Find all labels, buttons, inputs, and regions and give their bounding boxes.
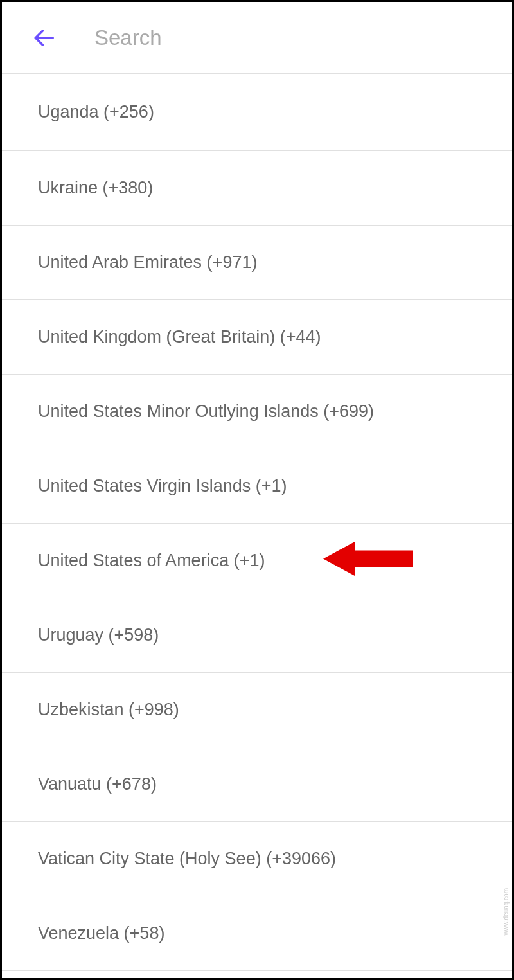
- country-list-item[interactable]: United States Minor Outlying Islands (+6…: [2, 375, 512, 449]
- country-list-item[interactable]: United Kingdom (Great Britain) (+44): [2, 300, 512, 375]
- country-label: Venezuela (+58): [38, 923, 164, 943]
- country-list-item[interactable]: United States Virgin Islands (+1): [2, 449, 512, 524]
- country-label: Ukraine (+380): [38, 178, 153, 198]
- country-label: United States Minor Outlying Islands (+6…: [38, 402, 374, 422]
- country-list-item[interactable]: Vanuatu (+678): [2, 747, 512, 822]
- country-label: United States Virgin Islands (+1): [38, 476, 287, 496]
- arrow-left-icon: [31, 26, 56, 50]
- country-label: Uruguay (+598): [38, 625, 159, 645]
- annotation-arrow-icon: [323, 536, 413, 585]
- country-label: Uzbekistan (+998): [38, 700, 179, 720]
- country-label: Vatican City State (Holy See) (+39066): [38, 849, 336, 869]
- country-list-item[interactable]: United States of America (+1): [2, 524, 512, 598]
- country-label: Uganda (+256): [38, 102, 154, 122]
- country-label: Vanuatu (+678): [38, 774, 157, 794]
- country-label: United Kingdom (Great Britain) (+44): [38, 327, 321, 347]
- svg-marker-1: [323, 541, 413, 576]
- country-list-item[interactable]: Ukraine (+380): [2, 151, 512, 226]
- country-list-item[interactable]: Uruguay (+598): [2, 598, 512, 673]
- country-label: United States of America (+1): [38, 551, 265, 571]
- search-header: [2, 2, 512, 74]
- country-list-item[interactable]: Venezuela (+58): [2, 896, 512, 971]
- country-list-item[interactable]: Vatican City State (Holy See) (+39066): [2, 822, 512, 896]
- search-input[interactable]: [94, 26, 512, 50]
- country-list-item[interactable]: United Arab Emirates (+971): [2, 226, 512, 300]
- country-label: United Arab Emirates (+971): [38, 253, 257, 272]
- country-list-item[interactable]: Uzbekistan (+998): [2, 673, 512, 747]
- watermark-text: www.deuaq.com: [502, 888, 510, 935]
- country-list-item[interactable]: Uganda (+256): [2, 74, 512, 151]
- country-list: Uganda (+256) Ukraine (+380) United Arab…: [2, 74, 512, 971]
- back-button[interactable]: [28, 22, 60, 54]
